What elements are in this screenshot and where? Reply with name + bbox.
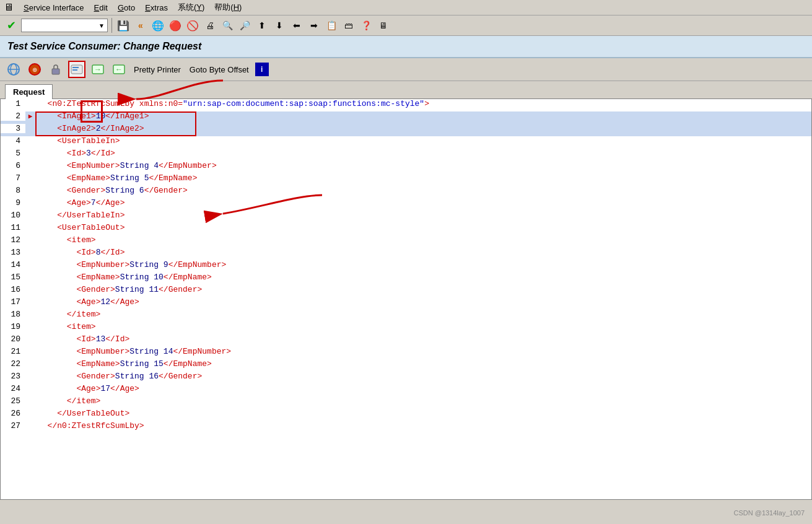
nav-up-btn[interactable]: ⬆ — [255, 18, 269, 33]
content-area: 1 <n0:ZTestRfcSumLby xmlns:n0="urn:sap-c… — [0, 98, 812, 500]
xml-line-1: 1 <n0:ZTestRfcSumLby xmlns:n0="urn:sap-c… — [1, 99, 811, 111]
nav-right-btn[interactable]: ➡ — [307, 18, 321, 33]
svg-rect-8 — [72, 67, 79, 68]
nav-left-btn[interactable]: ⬅ — [289, 18, 304, 33]
xml-line-13: 13 <Id>8</Id> — [1, 248, 811, 260]
watermark: CSDN @1314lay_1007 — [733, 509, 805, 517]
xml-line-21: 21 <EmpNumber>String 14</EmpNumber> — [1, 347, 811, 359]
xml-editor[interactable]: 1 <n0:ZTestRfcSumLby xmlns:n0="urn:sap-c… — [1, 99, 811, 499]
xml-line-12: 12 <item> — [1, 235, 811, 248]
xml-line-22: 22 <EmpName>String 15</EmpName> — [1, 359, 811, 372]
svg-text:⊕: ⊕ — [32, 66, 37, 73]
export-btn[interactable]: → — [89, 61, 107, 78]
menu-goto[interactable]: Goto — [118, 3, 135, 12]
help-btn[interactable]: ❓ — [359, 18, 373, 33]
xml-line-11: 11 <UserTableOut> — [1, 223, 811, 235]
sec-toolbar: ⊕ → ← Pretty Printer Goto Byte Offset i — [0, 58, 812, 81]
green-check-btn[interactable]: ✔ — [4, 18, 19, 33]
svg-text:←: ← — [115, 65, 123, 74]
svg-rect-6 — [52, 69, 59, 74]
print-btn[interactable]: 🖨 — [203, 18, 217, 33]
menu-help[interactable]: 帮助(H) — [214, 2, 242, 13]
xml-line-23: 23 <Gender>String 16</Gender> — [1, 372, 811, 384]
nav-dropdown[interactable]: ▼ — [21, 19, 108, 32]
shortcut-btn[interactable]: « — [133, 18, 148, 33]
main-toolbar: ✔ ▼ 💾 « 🌐 🔴 🚫 🖨 🔍 🔎 ⬆ ⬇ ⬅ ➡ 📋 🗃 ❓ 🖥 — [0, 15, 812, 36]
xml-line-24: 24 <Age>17</Age> — [1, 384, 811, 396]
xml-line-10: 10 </UserTableIn> — [1, 211, 811, 223]
xml-line-16: 16 <Gender>String 11</Gender> — [1, 285, 811, 297]
col-btn[interactable]: 📋 — [324, 18, 339, 33]
tab-request[interactable]: Request — [5, 84, 53, 99]
xml-line-5: 5 <Id>3</Id> — [1, 149, 811, 161]
xml-line-9: 9 <Age>7</Age> — [1, 198, 811, 211]
xml-line-15: 15 <EmpName>String 10</EmpName> — [1, 273, 811, 285]
xml-line-2: 2 ▶ <InAge1>10</InAge1> — [1, 111, 811, 124]
back-btn[interactable]: 🌐 — [151, 18, 165, 33]
xml-line-4: 4 <UserTableIn> — [1, 136, 811, 149]
find-btn[interactable]: 🔍 — [220, 18, 235, 33]
title-bar: Test Service Consumer: Change Request — [0, 36, 812, 58]
forward-btn[interactable]: 🔴 — [168, 18, 183, 33]
toolbar-separator-1 — [111, 18, 112, 33]
menu-system[interactable]: 系统(Y) — [178, 2, 204, 13]
highlighted-btn[interactable] — [68, 61, 85, 78]
app-icon: 🖥 — [4, 2, 14, 13]
xml-line-3: 3 <InAge2>2</InAge2> — [1, 124, 811, 136]
svg-text:→: → — [94, 65, 102, 74]
xml-line-19: 19 <item> — [1, 322, 811, 334]
nav-down-btn[interactable]: ⬇ — [272, 18, 287, 33]
find-next-btn[interactable]: 🔎 — [237, 18, 252, 33]
xml-line-7: 7 <EmpName>String 5</EmpName> — [1, 173, 811, 186]
lock-btn[interactable] — [47, 61, 64, 78]
xml-line-6: 6 <EmpNumber>String 4</EmpNumber> — [1, 161, 811, 173]
menu-extras[interactable]: Extras — [145, 3, 168, 12]
info-btn[interactable]: i — [255, 63, 269, 76]
xml-line-26: 26 </UserTableOut> — [1, 409, 811, 421]
layout-btn[interactable]: 🗃 — [341, 18, 356, 33]
menu-edit[interactable]: Edit — [94, 3, 108, 12]
monitor-btn[interactable]: 🖥 — [376, 18, 391, 33]
import-btn[interactable]: ← — [110, 61, 128, 78]
menu-bar: 🖥 Service Interface Edit Goto Extras 系统(… — [0, 0, 812, 15]
save-btn[interactable]: 💾 — [116, 18, 131, 33]
globe-btn[interactable] — [5, 61, 22, 78]
xml-line-27: 27 </n0:ZTestRfcSumLby> — [1, 421, 811, 434]
xml-line-17: 17 <Age>12</Age> — [1, 297, 811, 310]
tab-area: Request — [0, 84, 812, 98]
xml-line-20: 20 <Id>13</Id> — [1, 334, 811, 347]
earth-btn[interactable]: ⊕ — [26, 61, 43, 78]
xml-line-25: 25 </item> — [1, 396, 811, 409]
xml-line-8: 8 <Gender>String 6</Gender> — [1, 186, 811, 198]
stop-btn[interactable]: 🚫 — [185, 18, 200, 33]
xml-line-14: 14 <EmpNumber>String 9</EmpNumber> — [1, 260, 811, 273]
page-title: Test Service Consumer: Change Request — [7, 41, 805, 52]
goto-byte-offset-btn[interactable]: Goto Byte Offset — [187, 64, 251, 76]
svg-rect-9 — [72, 69, 77, 71]
xml-line-18: 18 </item> — [1, 310, 811, 322]
pretty-printer-btn[interactable]: Pretty Printer — [131, 64, 183, 76]
menu-service-interface[interactable]: Service Interface — [24, 3, 84, 12]
